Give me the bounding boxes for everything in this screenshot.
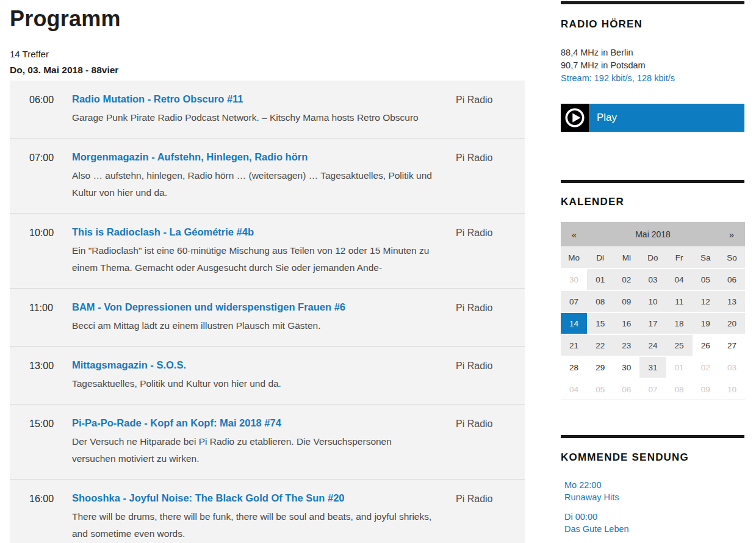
calendar-day: 30 <box>561 269 587 290</box>
calendar-day[interactable]: 13 <box>719 291 745 312</box>
upcoming-list: Mo 22:00Runaway HitsDi 00:00Das Gute Leb… <box>561 479 744 543</box>
program-content: Radio Mutation - Retro Obscuro #11Garage… <box>72 93 432 126</box>
calendar-day[interactable]: 16 <box>613 313 639 334</box>
calendar-day: 06 <box>613 379 639 400</box>
stream-line: Stream: 192 kbit/s, 128 kbit/s <box>561 72 744 85</box>
page-title: Programm <box>10 6 525 32</box>
play-bar: Play <box>589 104 744 132</box>
calendar-day: 07 <box>639 379 666 400</box>
calendar-day: 28 <box>561 357 587 378</box>
upcoming-show-link[interactable]: Di 00:00Das Gute Leben <box>564 511 744 535</box>
calendar-prev-button[interactable]: « <box>561 229 588 240</box>
sidebar: RADIO HÖREN 88,4 MHz in Berlin 90,7 MHz … <box>561 0 744 543</box>
program-row: 11:00BAM - Von Depressionen und widerspe… <box>10 288 525 346</box>
calendar-day[interactable]: 08 <box>587 291 613 312</box>
calendar-day[interactable]: 15 <box>587 313 613 334</box>
calendar-heading: KALENDER <box>561 196 744 208</box>
main-content: Programm 14 Treffer Do, 03. Mai 2018 - 8… <box>10 0 525 543</box>
calendar-day[interactable]: 02 <box>613 269 639 290</box>
calendar-day[interactable]: 14 <box>561 313 587 334</box>
calendar-day[interactable]: 07 <box>561 291 587 312</box>
stream-link-192[interactable]: Stream: 192 kbit/s <box>561 73 632 83</box>
page: Programm 14 Treffer Do, 03. Mai 2018 - 8… <box>0 0 756 543</box>
calendar-dayname: Sa <box>693 247 719 268</box>
program-title-link[interactable]: BAM - Von Depressionen und widerspenstig… <box>72 301 345 313</box>
program-list: 06:00Radio Mutation - Retro Obscuro #11G… <box>10 81 525 543</box>
calendar-day: 04 <box>561 379 587 400</box>
calendar-day[interactable]: 31 <box>639 357 666 378</box>
upcoming-show-time: Di 00:00 <box>564 511 744 523</box>
program-row: 10:00This is Radioclash - La Géométrie #… <box>10 213 525 288</box>
calendar-day[interactable]: 01 <box>587 269 613 290</box>
calendar-day[interactable]: 24 <box>639 335 666 356</box>
calendar-day[interactable]: 11 <box>666 291 693 312</box>
calendar-day[interactable]: 09 <box>613 291 639 312</box>
calendar-day[interactable]: 18 <box>666 313 693 334</box>
calendar-day[interactable]: 21 <box>561 335 587 356</box>
program-time: 15:00 <box>29 417 72 430</box>
stream-link-128[interactable]: 128 kbit/s <box>637 73 675 83</box>
play-label: Play <box>589 112 617 124</box>
program-description: Becci am Mittag lädt zu einem illustren … <box>72 317 432 334</box>
program-title-link[interactable]: Pi-Pa-Po-Rade - Kopf an Kopf: Mai 2018 #… <box>72 417 281 429</box>
program-time: 13:00 <box>29 359 72 372</box>
program-content: Shooshka - Joyful Noise: The Black Gold … <box>72 492 432 542</box>
calendar-week: 21222324252627 <box>561 335 745 356</box>
program-title-link[interactable]: Shooshka - Joyful Noise: The Black Gold … <box>72 492 345 504</box>
calendar-day[interactable]: 12 <box>693 291 719 312</box>
calendar-day: 01 <box>666 357 693 378</box>
calendar-day: 05 <box>587 379 613 400</box>
calendar-day[interactable]: 10 <box>639 291 666 312</box>
frequency-berlin: 88,4 MHz in Berlin <box>561 46 744 59</box>
radio-listen-heading: RADIO HÖREN <box>561 18 744 31</box>
calendar-day[interactable]: 19 <box>693 313 719 334</box>
calendar-week: 04050607080910 <box>561 379 745 400</box>
calendar-day: 29 <box>587 357 613 378</box>
program-time: 16:00 <box>29 492 72 505</box>
program-time: 06:00 <box>29 93 72 106</box>
calendar-day[interactable]: 23 <box>613 335 639 356</box>
play-button[interactable]: Play <box>561 104 744 132</box>
calendar-day[interactable]: 06 <box>719 269 745 290</box>
program-content: Morgenmagazin - Aufstehn, Hinlegen, Radi… <box>72 151 432 201</box>
program-description: Ein "Radioclash" ist eine 60-minütige Mi… <box>72 242 432 276</box>
program-content: Mittagsmagazin - S.O.S.Tagesaktuelles, P… <box>72 359 432 392</box>
program-station: Pi Radio <box>456 492 525 505</box>
calendar-day: 30 <box>613 357 639 378</box>
upcoming-show-link[interactable]: Mo 22:00Runaway Hits <box>564 479 744 503</box>
results-count: 14 Treffer <box>10 49 525 59</box>
program-content: BAM - Von Depressionen und widerspenstig… <box>72 301 432 334</box>
program-station: Pi Radio <box>456 359 525 372</box>
program-row: 15:00Pi-Pa-Po-Rade - Kopf an Kopf: Mai 2… <box>10 404 525 479</box>
calendar-day: 10 <box>719 379 745 400</box>
calendar-week: 28293031010203 <box>561 357 745 378</box>
program-title-link[interactable]: Radio Mutation - Retro Obscuro #11 <box>72 93 243 105</box>
calendar-week: 14151617181920 <box>561 313 745 334</box>
calendar-dayname: Fr <box>666 247 693 268</box>
program-station: Pi Radio <box>456 226 525 239</box>
calendar-day: 27 <box>719 335 745 356</box>
frequency-potsdam: 90,7 MHz in Potsdam <box>561 59 744 72</box>
calendar-day: 08 <box>666 379 693 400</box>
sidebar-divider <box>561 435 744 438</box>
program-row: 13:00Mittagsmagazin - S.O.S.Tagesaktuell… <box>10 346 525 404</box>
calendar-day[interactable]: 20 <box>719 313 745 334</box>
calendar-day[interactable]: 04 <box>666 269 693 290</box>
calendar-month-label: Mai 2018 <box>588 229 718 239</box>
calendar-day[interactable]: 05 <box>693 269 719 290</box>
program-title-link[interactable]: Mittagsmagazin - S.O.S. <box>72 359 186 371</box>
program-title-link[interactable]: Morgenmagazin - Aufstehn, Hinlegen, Radi… <box>72 151 308 163</box>
calendar-day[interactable]: 25 <box>666 335 693 356</box>
program-content: Pi-Pa-Po-Rade - Kopf an Kopf: Mai 2018 #… <box>72 417 432 467</box>
program-content: This is Radioclash - La Géométrie #4bEin… <box>72 226 432 276</box>
calendar-next-button[interactable]: » <box>718 229 745 240</box>
calendar-day[interactable]: 03 <box>639 269 666 290</box>
program-description: Der Versuch ne Hitparade bei Pi Radio zu… <box>72 433 432 467</box>
calendar-week: 30010203040506 <box>561 269 745 290</box>
program-station: Pi Radio <box>456 93 525 106</box>
calendar-day[interactable]: 22 <box>587 335 613 356</box>
calendar-day: 03 <box>719 357 745 378</box>
calendar-dayname: Do <box>639 247 666 268</box>
calendar-day[interactable]: 17 <box>639 313 666 334</box>
program-title-link[interactable]: This is Radioclash - La Géométrie #4b <box>72 226 254 238</box>
